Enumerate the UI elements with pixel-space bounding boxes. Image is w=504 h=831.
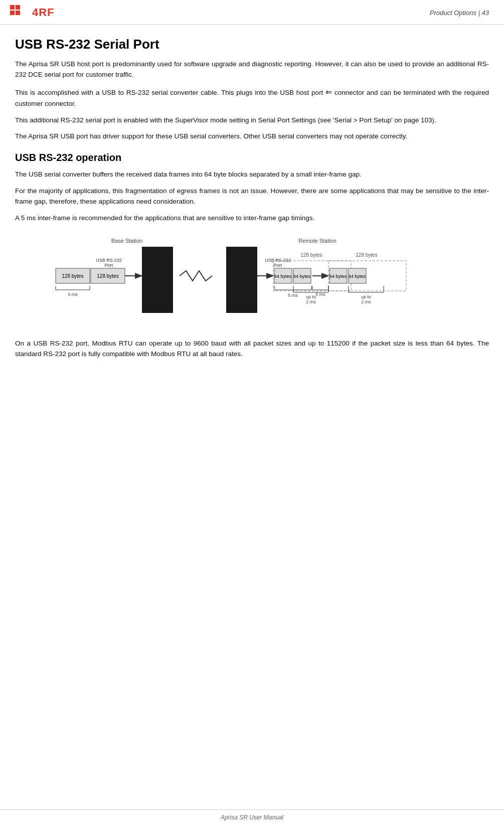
right-aprisa-text: Aprisa SR [257, 264, 264, 295]
svg-text:5 ms: 5 ms [68, 292, 78, 297]
logo-svg [10, 5, 31, 20]
logo-text: 4RF [32, 6, 55, 19]
main-title: USB RS-232 Serial Port [15, 37, 489, 52]
svg-text:64 bytes: 64 bytes [293, 274, 310, 279]
svg-text:Port: Port [273, 263, 282, 268]
subsection-title: USB RS-232 operation [15, 152, 489, 163]
header-page-info: Product Options | 43 [430, 9, 489, 17]
svg-text:128 bytes: 128 bytes [300, 252, 322, 258]
logo-area: 4RF [10, 5, 55, 20]
svg-rect-2 [10, 11, 15, 15]
wireless-zigzag [180, 271, 212, 281]
svg-text:128 bytes: 128 bytes [356, 252, 377, 258]
footer-text: Aprisa SR User Manual [221, 814, 283, 821]
diagram-container: Base Station Remote Station USB RS-232 P… [15, 236, 489, 328]
svg-text:up to: up to [361, 294, 371, 299]
operation-para-2: For the majority of applications, this f… [15, 186, 489, 207]
svg-text:2 ms: 2 ms [361, 299, 371, 304]
svg-text:64 bytes: 64 bytes [348, 274, 366, 279]
operation-para-4: On a USB RS-232 port, Modbus RTU can ope… [15, 339, 489, 360]
svg-rect-1 [16, 5, 20, 10]
main-content: USB RS-232 Serial Port The Aprisa SR USB… [0, 25, 504, 396]
paragraph-2: This is accomplished with a USB to RS-23… [15, 86, 489, 109]
svg-text:5 ms: 5 ms [315, 292, 325, 297]
left-aprisa-text: Aprisa SR [173, 264, 180, 295]
svg-rect-0 [10, 5, 15, 10]
base-station-label: Base Station [111, 238, 142, 244]
svg-text:USB RS-232: USB RS-232 [265, 258, 291, 263]
svg-text:up to: up to [305, 294, 315, 299]
left-aprisa-box [142, 247, 173, 313]
page-header: 4RF Product Options | 43 [0, 0, 504, 25]
svg-text:5 ms: 5 ms [288, 293, 298, 298]
operation-para-1: The USB serial converter buffers the rec… [15, 170, 489, 180]
svg-text:2 ms: 2 ms [306, 299, 316, 304]
usb-icon: ⇐ [325, 88, 332, 96]
svg-rect-3 [16, 11, 20, 15]
paragraph-1: The Aprisa SR USB host port is predomina… [15, 59, 489, 80]
logo-icon: 4RF [10, 5, 55, 20]
svg-text:64 bytes: 64 bytes [274, 274, 291, 279]
svg-text:Port: Port [104, 263, 113, 268]
svg-text:128 bytes: 128 bytes [62, 273, 83, 279]
page-footer: Aprisa SR User Manual [0, 809, 504, 821]
svg-text:64 bytes: 64 bytes [329, 274, 347, 279]
diagram-svg: Base Station Remote Station USB RS-232 P… [47, 236, 458, 328]
paragraph-4: The Aprisa SR USB port has driver suppor… [15, 131, 489, 142]
remote-station-label: Remote Station [298, 238, 337, 244]
operation-para-3: A 5 ms inter-frame is recommended for th… [15, 213, 489, 224]
svg-text:128 bytes: 128 bytes [97, 273, 118, 279]
right-aprisa-box [226, 247, 257, 313]
svg-text:USB RS-232: USB RS-232 [96, 258, 122, 263]
paragraph-3: This additional RS-232 serial port is en… [15, 115, 489, 126]
